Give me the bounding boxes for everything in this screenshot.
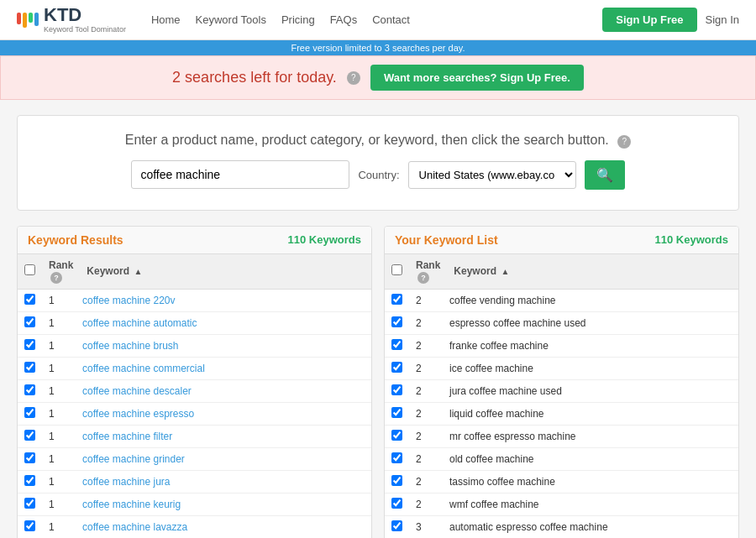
select-all-left[interactable] — [24, 264, 35, 275]
row-checkbox-cell — [18, 290, 42, 312]
nav-faqs[interactable]: FAQs — [330, 13, 358, 26]
keyword-link[interactable]: coffee machine commercial — [82, 363, 205, 374]
row-checkbox[interactable] — [391, 452, 402, 463]
table-row: 1 coffee machine descaler — [18, 379, 371, 402]
row-checkbox[interactable] — [24, 520, 35, 531]
left-th-keyword: Keyword ▲ — [80, 254, 371, 290]
table-row: 1 coffee machine automatic — [18, 311, 371, 334]
row-checkbox[interactable] — [391, 430, 402, 441]
keyword-link[interactable]: coffee machine 220v — [82, 295, 176, 306]
row-keyword: coffee machine automatic — [76, 311, 371, 334]
keyword-text: automatic espresso coffee machine — [449, 521, 608, 533]
row-checkbox[interactable] — [24, 384, 35, 395]
row-checkbox[interactable] — [391, 407, 402, 418]
row-keyword: coffee machine jura — [76, 470, 371, 493]
row-checkbox[interactable] — [24, 475, 35, 486]
search-button[interactable]: 🔍 — [585, 160, 625, 190]
row-checkbox-cell — [18, 334, 42, 357]
row-keyword: mr coffee espresso machine — [443, 425, 738, 447]
row-checkbox[interactable] — [24, 498, 35, 509]
keyword-link[interactable]: coffee machine espresso — [82, 408, 194, 420]
row-checkbox[interactable] — [24, 294, 35, 305]
row-rank: 2 — [409, 290, 443, 312]
row-rank: 2 — [409, 447, 443, 470]
row-checkbox-cell — [385, 357, 409, 379]
row-rank: 1 — [42, 402, 76, 425]
table-row: 2 mr coffee espresso machine — [385, 425, 738, 447]
rank-info-icon[interactable]: ? — [50, 272, 62, 284]
signin-button[interactable]: Sign In — [706, 13, 739, 26]
row-checkbox[interactable] — [391, 498, 402, 509]
right-table-scroll[interactable]: 2 coffee vending machine 2 espresso coff… — [385, 290, 738, 539]
row-keyword: automatic espresso coffee machine — [443, 515, 738, 538]
table-row: 2 tassimo coffee machine — [385, 470, 738, 493]
keyword-link[interactable]: coffee machine lavazza — [82, 521, 187, 533]
table-row: 1 coffee machine filter — [18, 425, 371, 447]
right-panel-header: Your Keyword List 110 Keywords — [385, 227, 738, 254]
row-keyword: coffee machine filter — [76, 425, 371, 447]
nav-pricing[interactable]: Pricing — [281, 13, 315, 26]
keyword-link[interactable]: coffee machine descaler — [82, 385, 192, 397]
more-searches-button[interactable]: Want more searches? Sign Up Free. — [370, 65, 584, 91]
row-checkbox[interactable] — [24, 316, 35, 327]
row-checkbox[interactable] — [24, 362, 35, 373]
row-rank: 2 — [409, 334, 443, 357]
right-rank-info-icon[interactable]: ? — [417, 272, 429, 284]
row-checkbox[interactable] — [391, 316, 402, 327]
row-checkbox[interactable] — [391, 384, 402, 395]
table-row: 3 automatic espresso coffee machine — [385, 515, 738, 538]
country-label: Country: — [358, 169, 399, 181]
row-rank: 1 — [42, 425, 76, 447]
keyword-link[interactable]: coffee machine brush — [82, 340, 179, 352]
right-th-keyword: Keyword ▲ — [447, 254, 738, 290]
keyword-link[interactable]: coffee machine keurig — [82, 499, 181, 510]
logo-bar-green — [29, 13, 33, 23]
help-icon[interactable]: ? — [347, 71, 360, 85]
table-row: 1 coffee machine jura — [18, 470, 371, 493]
row-rank: 2 — [409, 425, 443, 447]
logo-text-block: KTD Keyword Tool Dominator — [44, 6, 126, 34]
row-checkbox-cell — [385, 334, 409, 357]
row-keyword: coffee vending machine — [443, 290, 738, 312]
keyword-text: coffee vending machine — [449, 295, 556, 306]
keyword-link[interactable]: coffee machine jura — [82, 476, 171, 488]
keyword-link[interactable]: coffee machine filter — [82, 431, 172, 442]
row-checkbox[interactable] — [391, 475, 402, 486]
row-rank: 1 — [42, 493, 76, 515]
row-checkbox[interactable] — [24, 339, 35, 350]
keyword-sort-icon[interactable]: ▲ — [134, 267, 142, 276]
row-rank: 1 — [42, 379, 76, 402]
keyword-link[interactable]: coffee machine grinder — [82, 453, 185, 465]
nav-home[interactable]: Home — [151, 13, 181, 26]
row-checkbox[interactable] — [24, 430, 35, 441]
signup-button[interactable]: Sign Up Free — [602, 8, 696, 32]
left-table-header-row: Rank ? Keyword ▲ — [18, 254, 371, 290]
row-checkbox[interactable] — [391, 294, 402, 305]
nav-keyword-tools[interactable]: Keyword Tools — [196, 13, 266, 26]
right-keyword-sort-icon[interactable]: ▲ — [501, 267, 509, 276]
row-checkbox[interactable] — [24, 407, 35, 418]
row-checkbox[interactable] — [391, 339, 402, 350]
row-checkbox[interactable] — [24, 452, 35, 463]
country-select[interactable]: United States (www.ebay.com) — [408, 161, 576, 189]
table-row: 1 coffee machine grinder — [18, 447, 371, 470]
table-row: 2 old coffee machine — [385, 447, 738, 470]
left-th-check — [18, 254, 42, 290]
row-keyword: coffee machine espresso — [76, 402, 371, 425]
left-table-scroll[interactable]: 1 coffee machine 220v 1 coffee machine a… — [18, 290, 371, 539]
keyword-text: franke coffee machine — [449, 340, 549, 352]
table-row: 2 jura coffee machine used — [385, 379, 738, 402]
table-row: 1 coffee machine commercial — [18, 357, 371, 379]
keyword-input[interactable] — [131, 160, 349, 189]
row-rank: 1 — [42, 470, 76, 493]
row-checkbox[interactable] — [391, 520, 402, 531]
row-checkbox[interactable] — [391, 362, 402, 373]
row-checkbox-cell — [385, 470, 409, 493]
select-all-right[interactable] — [391, 264, 402, 275]
row-rank: 1 — [42, 447, 76, 470]
row-checkbox-cell — [385, 311, 409, 334]
search-help-icon[interactable]: ? — [617, 135, 631, 149]
row-checkbox-cell — [385, 493, 409, 515]
nav-contact[interactable]: Contact — [372, 13, 410, 26]
keyword-link[interactable]: coffee machine automatic — [82, 317, 197, 329]
